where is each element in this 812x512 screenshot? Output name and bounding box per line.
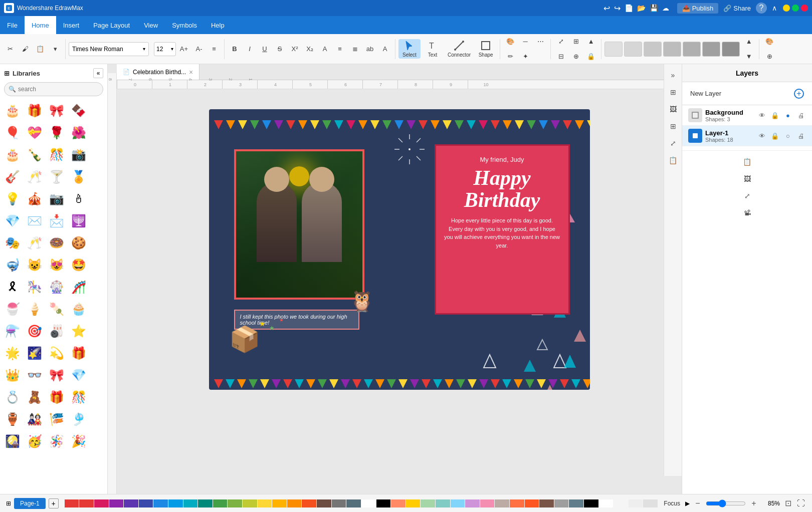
font-name-selector[interactable]: Times New Roman ▾: [69, 42, 149, 56]
layer-order-btn[interactable]: ⊕: [569, 50, 583, 64]
list-item[interactable]: 🤿: [2, 254, 23, 276]
select-tool[interactable]: Select: [398, 39, 421, 59]
format-painter-btn[interactable]: 🖌: [18, 42, 32, 56]
font-size-down-btn[interactable]: A-: [192, 42, 206, 56]
color-swatch[interactable]: [643, 499, 658, 507]
paste-btn[interactable]: 📋: [33, 42, 47, 56]
list-item[interactable]: 🍡: [46, 299, 67, 320]
list-item[interactable]: 🎊: [46, 144, 67, 165]
color-swatch[interactable]: [569, 499, 583, 507]
color-swatch[interactable]: [198, 499, 213, 507]
list-item[interactable]: 🥂: [24, 166, 45, 187]
list-item[interactable]: ⚗️: [2, 321, 23, 342]
color-swatch[interactable]: [465, 499, 480, 507]
image-panel-btn[interactable]: 🖼: [666, 102, 680, 116]
list-item[interactable]: 💎: [68, 365, 89, 386]
layer-visibility-btn-background[interactable]: 👁: [757, 110, 767, 120]
text-dir-btn[interactable]: ab: [363, 42, 377, 56]
list-item[interactable]: 🎳: [46, 321, 67, 342]
list-item[interactable]: 🥂: [24, 232, 45, 253]
color-swatch[interactable]: [183, 499, 198, 507]
list-item[interactable]: 🎯: [24, 321, 45, 342]
list-item[interactable]: 🏺: [2, 409, 23, 430]
list-item[interactable]: 🎭: [2, 232, 23, 253]
canvas-scroll[interactable]: I still kept this photo we took during o…: [117, 89, 682, 494]
share-btn[interactable]: 🔗 Share: [723, 5, 751, 12]
text-fill-btn[interactable]: A: [378, 42, 392, 56]
publish-btn[interactable]: 📤 Publish: [677, 3, 719, 14]
zoom-out-btn[interactable]: −: [693, 498, 703, 508]
fullscreen-btn[interactable]: ⛶: [796, 498, 806, 508]
list-item[interactable]: 😺: [24, 254, 45, 276]
list-unordered-btn[interactable]: ≣: [348, 42, 362, 56]
list-item[interactable]: 💍: [2, 387, 23, 408]
presentation-btn[interactable]: 📽: [740, 206, 754, 220]
menu-home[interactable]: Home: [25, 16, 56, 34]
style-preset-1[interactable]: [604, 42, 623, 57]
style-preset-7[interactable]: [722, 42, 740, 57]
draw-btn[interactable]: ✏: [503, 50, 517, 64]
add-layer-icon[interactable]: +: [794, 89, 804, 99]
list-item[interactable]: 🏅: [68, 166, 89, 187]
fit-screen-btn[interactable]: ⊡: [783, 498, 793, 508]
color-swatch[interactable]: [302, 499, 316, 507]
undo-btn[interactable]: ↩: [603, 4, 610, 13]
list-item[interactable]: 🌠: [24, 343, 45, 364]
menu-page-layout[interactable]: Page Layout: [86, 16, 137, 34]
new-layer-button[interactable]: New Layer +: [682, 82, 812, 105]
list-item[interactable]: 🎈: [2, 122, 23, 143]
theme-btn[interactable]: 🎨: [762, 35, 776, 49]
close-btn[interactable]: [801, 5, 808, 12]
list-item[interactable]: 🎎: [24, 409, 45, 430]
redo-btn[interactable]: ↪: [614, 4, 621, 13]
color-swatch[interactable]: [510, 499, 524, 507]
layer-print-btn-layer1[interactable]: 🖨: [796, 131, 806, 141]
list-item[interactable]: 🌟: [2, 343, 23, 364]
new-file-btn[interactable]: 📄: [625, 4, 633, 12]
menu-help[interactable]: Help: [204, 16, 232, 34]
color-swatch[interactable]: [539, 499, 554, 507]
color-swatch[interactable]: [213, 499, 228, 507]
style-preset-3[interactable]: [644, 42, 662, 57]
menu-insert[interactable]: Insert: [56, 16, 87, 34]
fit-page-btn[interactable]: ⤢: [740, 189, 754, 203]
list-item[interactable]: ✉️: [24, 210, 45, 231]
style-preset-5[interactable]: [683, 42, 701, 57]
align-btn[interactable]: ≡: [207, 42, 221, 56]
table-panel-btn[interactable]: ⊞: [666, 119, 680, 133]
list-item[interactable]: 💫: [46, 343, 67, 364]
menu-view[interactable]: View: [137, 16, 165, 34]
list-item[interactable]: 🎢: [68, 277, 89, 298]
list-item[interactable]: 😻: [46, 254, 67, 276]
list-item[interactable]: 🕯: [68, 188, 89, 209]
style-preset-6[interactable]: [702, 42, 720, 57]
save-btn[interactable]: 💾: [650, 4, 658, 12]
zoom-slider[interactable]: [706, 499, 746, 507]
fill-color-btn[interactable]: 🎨: [503, 35, 517, 49]
style-preset-2[interactable]: [624, 42, 642, 57]
color-swatch[interactable]: [451, 499, 465, 507]
photo-frame[interactable]: [234, 149, 364, 300]
insert-image-btn[interactable]: 🖼: [740, 172, 754, 186]
layer-visibility-btn-layer1[interactable]: 👁: [757, 131, 767, 141]
zoom-in-btn[interactable]: +: [749, 498, 759, 508]
list-item[interactable]: 🎂: [2, 144, 23, 165]
message-box[interactable]: My friend, Judy Happy Birthday Hope ever…: [435, 144, 570, 315]
layer-lock-btn-background[interactable]: 🔒: [770, 110, 780, 120]
layer-print-btn-background[interactable]: 🖨: [796, 110, 806, 120]
list-item[interactable]: 🎁: [68, 343, 89, 364]
birthday-card[interactable]: I still kept this photo we took during o…: [209, 109, 590, 390]
subscript-btn[interactable]: X₂: [303, 42, 317, 56]
color-swatch[interactable]: [65, 499, 79, 507]
list-item[interactable]: 💎: [2, 210, 23, 231]
color-swatch[interactable]: [153, 499, 168, 507]
list-item[interactable]: 🍦: [24, 299, 45, 320]
cut-btn[interactable]: ✂: [3, 42, 17, 56]
sidebar-collapse-btn[interactable]: «: [93, 68, 103, 78]
list-item[interactable]: 🍾: [24, 144, 45, 165]
panel-collapse-btn[interactable]: »: [666, 68, 680, 82]
expand-panel-btn[interactable]: ⤢: [666, 136, 680, 150]
color-swatch[interactable]: [480, 499, 495, 507]
color-swatch[interactable]: [554, 499, 569, 507]
layer-item-background[interactable]: Background Shapes: 3 👁 🔒 ● 🖨: [682, 105, 812, 126]
